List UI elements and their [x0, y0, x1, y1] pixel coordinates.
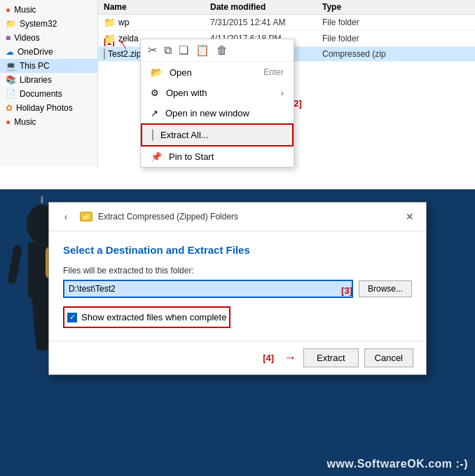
folder-icon: 📁 [6, 19, 16, 29]
folder-icon: 📁 [104, 33, 116, 44]
context-menu: ✂ ⧉ ❑ 📋 🗑 📂 Open Enter ⚙ Open with › ↗ O… [140, 39, 294, 168]
libraries-icon: 📚 [6, 75, 16, 85]
context-menu-pintostart[interactable]: 📌 Pin to Start [141, 147, 294, 167]
arrow-icon: › [281, 88, 284, 98]
checkbox-row: ✓ Show extracted files when complete [63, 306, 230, 328]
sidebar-item-music[interactable]: ● Music [0, 3, 97, 17]
watermark: www.SoftwareOK.com :-) [326, 458, 468, 470]
sidebar-item-videos[interactable]: ■ Videos [0, 31, 97, 45]
dialog-heading: Select a Destination and Extract Files [63, 244, 412, 256]
footer-arrow-icon: → [284, 351, 296, 365]
music-icon2: ● [6, 117, 11, 127]
context-menu-open[interactable]: 📂 Open Enter [141, 62, 294, 83]
file-type: Compressed (zip [322, 49, 420, 59]
folder-icon: 📁 [104, 17, 116, 28]
dialog-overlay: ‹ 📁 Extract Compressed (Zipped) Folders … [0, 189, 475, 476]
holiday-icon: ✿ [6, 103, 13, 113]
context-menu-toolbar: ✂ ⧉ ❑ 📋 🗑 [141, 39, 294, 62]
sidebar-item-libraries[interactable]: 📚 Libraries [0, 73, 97, 87]
extractall-label: Extract All... [160, 130, 209, 140]
sidebar-item-onedrive[interactable]: ☁ OneDrive [0, 45, 97, 59]
context-menu-openwindow[interactable]: ↗ Open in new window [141, 103, 294, 123]
table-row[interactable]: 📁 wp 7/31/2015 12:41 AM File folder [98, 15, 475, 31]
context-menu-openwith[interactable]: ⚙ Open with › [141, 83, 294, 103]
cancel-button[interactable]: Cancel [364, 348, 413, 367]
browse-button[interactable]: Browse... [359, 280, 412, 297]
copy2-icon[interactable]: ❑ [179, 43, 188, 57]
sidebar-item-system32[interactable]: 📁 System32 [0, 17, 97, 31]
sidebar-item-thispc[interactable]: 💻 This PC [0, 59, 97, 73]
dialog-close-button[interactable]: ✕ [402, 209, 418, 224]
copy-icon[interactable]: ⧉ [164, 44, 172, 57]
col-type: Type [322, 2, 420, 12]
file-explorer: [1] [Right-Click] ● Music 📁 System32 ■ V… [0, 0, 475, 189]
extractall-icon [152, 130, 153, 140]
open-label: Open [170, 67, 192, 78]
dialog-back-button[interactable]: ‹ [57, 208, 74, 225]
extract-button[interactable]: Extract [303, 348, 358, 367]
col-date: Date modified [210, 2, 322, 12]
sidebar-item-holiday[interactable]: ✿ Holiday Photos [0, 101, 97, 115]
cut-icon[interactable]: ✂ [148, 43, 157, 57]
sidebar-item-documents[interactable]: 📄 Documents [0, 87, 97, 101]
paste-icon[interactable]: 📋 [195, 43, 209, 57]
show-extracted-checkbox[interactable]: ✓ [67, 313, 77, 322]
annotation-label-3: [3] [341, 285, 352, 296]
open-icon: 📂 [151, 67, 163, 78]
dialog-titlebar: ‹ 📁 Extract Compressed (Zipped) Folders … [49, 203, 426, 231]
file-name: wp [118, 18, 129, 27]
open-shortcut: Enter [263, 67, 284, 77]
onedrive-icon: ☁ [6, 47, 14, 57]
delete-icon[interactable]: 🗑 [216, 44, 228, 57]
dialog-content: Select a Destination and Extract Files F… [49, 231, 426, 341]
openwindow-icon: ↗ [151, 108, 158, 118]
file-type: File folder [322, 18, 420, 27]
pc-icon: 💻 [6, 61, 16, 71]
openwith-icon: ⚙ [151, 88, 159, 98]
file-date: 7/31/2015 12:41 AM [210, 18, 322, 27]
path-label: Files will be extracted to this folder: [63, 266, 412, 276]
checkbox-label: Show extracted files when complete [81, 312, 226, 322]
path-row: Browse... [63, 280, 412, 298]
music-icon: ● [6, 5, 11, 15]
pin-icon: 📌 [151, 151, 162, 162]
pintostart-label: Pin to Start [169, 151, 214, 162]
extract-dialog: ‹ 📁 Extract Compressed (Zipped) Folders … [48, 202, 427, 375]
annotation-label-4: [4] [263, 353, 274, 363]
zip-icon [104, 49, 105, 59]
file-type: File folder [322, 34, 420, 43]
dialog-title-icon: 📁 [80, 212, 92, 222]
dialog-title: Extract Compressed (Zipped) Folders [98, 212, 238, 222]
col-name: Name [98, 2, 210, 12]
docs-icon: 📄 [6, 89, 16, 99]
file-list-header: Name Date modified Type [98, 0, 475, 15]
svg-rect-5 [8, 245, 22, 284]
openwindow-label: Open in new window [165, 108, 249, 118]
dialog-footer: [4] → Extract Cancel [49, 341, 426, 374]
context-menu-extractall[interactable]: Extract All... [141, 123, 294, 147]
path-input[interactable] [63, 280, 353, 298]
sidebar-item-music2[interactable]: ● Music [0, 115, 97, 129]
videos-icon: ■ [6, 33, 11, 43]
openwith-label: Open with [166, 88, 207, 98]
sidebar: ● Music 📁 System32 ■ Videos ☁ OneDrive 💻… [0, 0, 98, 167]
